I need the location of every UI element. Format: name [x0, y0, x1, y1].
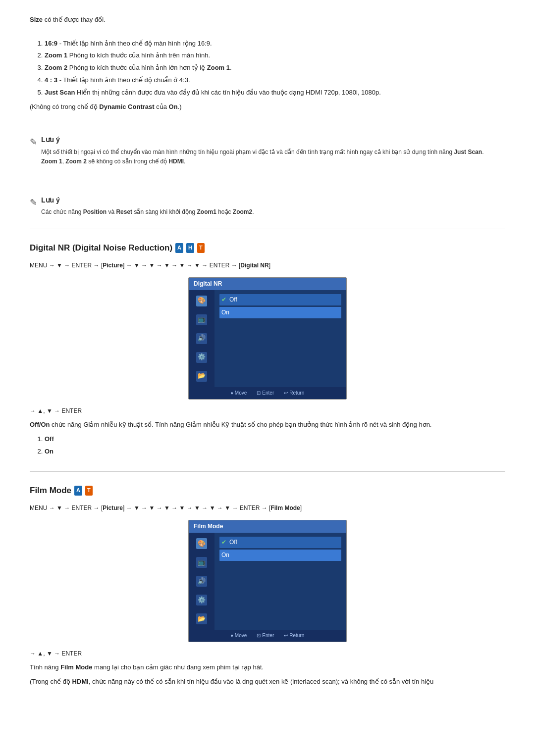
fm-enter-label: Enter [262, 632, 274, 640]
picture-icon-fm: 🎨 [196, 538, 207, 549]
footer-enter: ⊡ Enter [257, 389, 274, 397]
sidebar-icon-fm-4: ⚙️ [194, 593, 210, 607]
list-item: Zoom 2 Phóng to kích thước của hình ảnh … [45, 63, 505, 73]
film-mode-options: ✔ Off On [214, 533, 346, 630]
note-text-2: Các chức năng Position và Reset sẵn sàng… [41, 207, 254, 217]
note-content-2: Lưu ý Các chức năng Position và Reset sẵ… [41, 195, 254, 217]
film-mode-menu-screenshot: Film Mode 🎨 📺 🔊 ⚙️ 📂 [188, 520, 347, 642]
badge-a-film: A [74, 486, 82, 496]
fm-option-on-label: On [221, 551, 229, 560]
digital-nr-menu-screenshot: Digital NR 🎨 📺 🔊 ⚙️ 📂 [188, 277, 347, 400]
size-line: Size có thể được thay đổi. [30, 15, 505, 25]
note-title-1: Lưu ý [41, 134, 483, 145]
film-mode-desc: Tính năng Film Mode mang lại cho bạn cảm… [30, 662, 505, 673]
picture-icon: 🎨 [196, 296, 207, 306]
digital-nr-title: Digital NR (Digital Noise Reduction) [30, 241, 172, 254]
note-box-2: ✎ Lưu ý Các chức năng Position và Reset … [30, 195, 505, 217]
film-mode-sidebar: 🎨 📺 🔊 ⚙️ 📂 [189, 533, 214, 630]
note-icon-1: ✎ [30, 135, 37, 150]
size-options-list: 16:9 - Thiết lập hình ảnh theo chế độ mà… [45, 39, 505, 98]
enter-icon: ⊡ [257, 389, 261, 397]
digital-nr-heading: Digital NR (Digital Noise Reduction) A H… [30, 241, 505, 254]
folder-icon-fm: 📂 [196, 613, 207, 624]
list-item: On [45, 447, 505, 457]
film-mode-menu-title: Film Mode [189, 520, 346, 533]
digital-nr-nav-path: MENU → ▼ → ENTER → [Picture] → ▼ → ▼ → ▼… [30, 261, 505, 270]
sound-icon: 🔊 [196, 333, 207, 344]
digital-nr-options: ✔ Off On [214, 290, 346, 387]
list-item: 4 : 3 - Thiết lập hình ảnh theo chế độ c… [45, 75, 505, 86]
move-icon: ♦ [231, 389, 233, 397]
list-item: 16:9 - Thiết lập hình ảnh theo chế độ mà… [45, 39, 505, 49]
badge-t: T [197, 243, 205, 253]
sidebar-icon-1: 🎨 [194, 294, 210, 308]
sidebar-icon-fm-3: 🔊 [194, 574, 210, 588]
fm-option-off: ✔ Off [219, 537, 341, 548]
digital-nr-menu-title: Digital NR [189, 278, 346, 290]
digital-nr-menu-body: 🎨 📺 🔊 ⚙️ 📂 ✔ Off [189, 290, 346, 387]
settings-icon-fm: ⚙️ [196, 595, 207, 605]
digital-nr-sidebar: 🎨 📺 🔊 ⚙️ 📂 [189, 290, 214, 387]
sound-icon-fm: 🔊 [196, 576, 207, 587]
film-mode-arrow-line: → ▲, ▼ → ENTER [30, 649, 505, 658]
digital-nr-desc: Off/On chức năng Giảm nhiễu kỹ thuật số.… [30, 420, 505, 430]
fm-option-off-label: Off [229, 538, 237, 547]
option-on-label: On [221, 308, 229, 317]
note-text-1: Một số thiết bị ngoại vi có thể chuyển v… [41, 148, 483, 166]
film-mode-note: (Trong chế độ HDMI, chức năng này có thể… [30, 677, 505, 687]
list-item: Off [45, 434, 505, 445]
fm-move-label: Move [235, 632, 247, 640]
sidebar-icon-5: 📂 [194, 369, 210, 383]
footer-return: ↩ Return [284, 389, 304, 397]
badge-t-film: T [85, 486, 93, 496]
film-mode-section: Film Mode A T MENU → ▼ → ENTER → [Pictur… [30, 484, 505, 687]
return-label: Return [289, 389, 304, 397]
check-icon: ✔ [221, 295, 226, 304]
fm-option-on: On [219, 550, 341, 561]
film-mode-title: Film Mode [30, 484, 71, 497]
sidebar-icon-3: 🔊 [194, 332, 210, 346]
folder-icon: 📂 [196, 371, 207, 382]
digital-nr-list: Off On [45, 434, 505, 457]
film-mode-menu-footer: ♦ Move ⊡ Enter ↩ Return [189, 630, 346, 642]
tv-icon: 📺 [196, 314, 207, 325]
note-icon-2: ✎ [30, 196, 37, 210]
dynamic-contrast-note: (Không có trong chế độ Dynamic Contrast … [30, 102, 505, 112]
digital-nr-section: Digital NR (Digital Noise Reduction) A H… [30, 241, 505, 456]
fm-move-icon: ♦ [231, 632, 233, 640]
digital-nr-menu-footer: ♦ Move ⊡ Enter ↩ Return [189, 387, 346, 399]
film-mode-menu-body: 🎨 📺 🔊 ⚙️ 📂 ✔ Off [189, 533, 346, 630]
option-off: ✔ Off [219, 294, 341, 305]
note-title-2: Lưu ý [41, 195, 254, 205]
check-icon-fm: ✔ [221, 538, 226, 547]
list-item: Zoom 1 Phóng to kích thước của hình ảnh … [45, 50, 505, 61]
film-mode-nav-path: MENU → ▼ → ENTER → [Picture] → ▼ → ▼ → ▼… [30, 504, 505, 513]
intro-section: Size có thể được thay đổi. 16:9 - Thiết … [30, 15, 505, 112]
digital-nr-arrow-line: → ▲, ▼ → ENTER [30, 406, 505, 416]
enter-label: Enter [262, 389, 274, 397]
fm-footer-move: ♦ Move [231, 632, 247, 640]
sidebar-icon-2: 📺 [194, 313, 210, 327]
section-divider-2 [30, 471, 505, 472]
fm-footer-enter: ⊡ Enter [257, 632, 274, 640]
note-content-1: Lưu ý Một số thiết bị ngoại vi có thể ch… [41, 134, 483, 166]
move-label: Move [235, 389, 247, 397]
badge-h: H [186, 243, 194, 253]
option-on: On [219, 307, 341, 318]
fm-return-label: Return [289, 632, 304, 640]
section-divider-1 [30, 229, 505, 229]
option-off-label: Off [229, 295, 237, 304]
badge-a: A [175, 243, 183, 253]
fm-enter-icon: ⊡ [257, 632, 261, 640]
film-mode-heading: Film Mode A T [30, 484, 505, 497]
tv-icon-fm: 📺 [196, 557, 207, 568]
return-icon: ↩ [284, 389, 288, 397]
sidebar-icon-fm-1: 🎨 [194, 537, 210, 551]
sidebar-icon-4: ⚙️ [194, 351, 210, 364]
fm-return-icon: ↩ [284, 632, 288, 640]
sidebar-icon-fm-5: 📂 [194, 612, 210, 626]
fm-footer-return: ↩ Return [284, 632, 304, 640]
footer-move: ♦ Move [231, 389, 247, 397]
sidebar-icon-fm-2: 📺 [194, 555, 210, 569]
list-item: Just Scan Hiển thị những cảnh được đưa v… [45, 88, 505, 98]
